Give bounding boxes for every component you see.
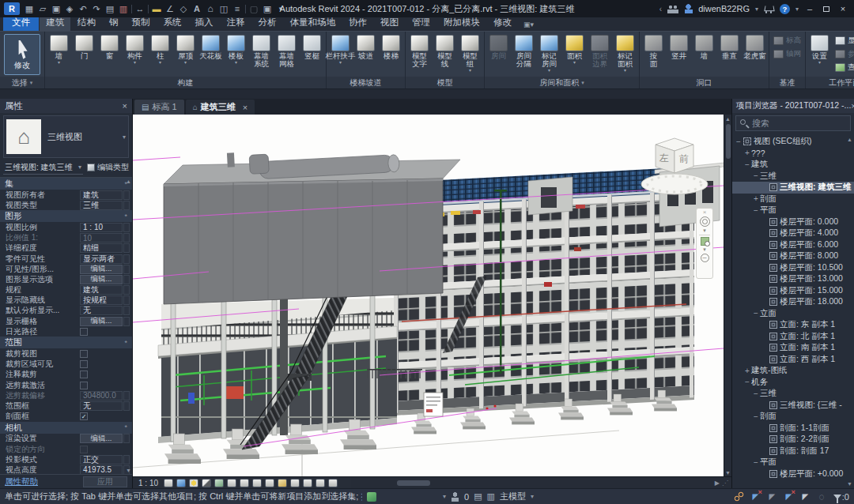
more-button[interactable] xyxy=(123,306,130,315)
sun-path-icon[interactable] xyxy=(189,479,198,487)
tab-close-icon[interactable]: × xyxy=(243,103,248,112)
tree-item-立面北副本1[interactable]: 立面: 北 副本 1 xyxy=(732,331,854,343)
scroll-right-icon[interactable]: ▶ xyxy=(712,480,722,487)
ribbon-button-窗[interactable]: 窗 xyxy=(97,34,122,61)
edit-button[interactable]: 编辑... xyxy=(80,434,123,443)
open-icon[interactable] xyxy=(37,3,48,14)
tree-item-建筑-图纸[interactable]: +建筑-图纸 xyxy=(732,365,854,377)
select-by-face-icon[interactable]: × xyxy=(784,491,794,502)
property-value[interactable]: 显示两者 xyxy=(80,254,123,264)
ribbon-button-显示[interactable]: 显示 xyxy=(833,34,854,47)
steering-wheel-icon[interactable] xyxy=(700,216,710,227)
edit-button[interactable]: 编辑... xyxy=(80,265,123,274)
property-value[interactable]: 304800.0 xyxy=(80,391,123,401)
ribbon-tab-插入[interactable]: 插入 xyxy=(189,15,220,31)
tree-item-立面[interactable]: −立面 xyxy=(732,308,854,320)
tree-item-视图(SEC组织)[interactable]: −视图 (SEC组织) xyxy=(732,136,854,148)
switch-windows-icon[interactable] xyxy=(262,3,273,14)
view-cube[interactable]: 左 前 xyxy=(640,132,712,201)
tree-item-[interactable]: +??? xyxy=(732,148,854,160)
ribbon-button-竖梃[interactable]: 竖梃 xyxy=(300,34,324,61)
performance-adviser-icon[interactable] xyxy=(367,492,376,502)
property-value[interactable]: 无 xyxy=(80,306,123,315)
ribbon-button-楼梯[interactable]: 楼梯 xyxy=(379,34,403,61)
tree-item-剖面[interactable]: −剖面 xyxy=(732,411,854,423)
ribbon-button-修改[interactable]: 修改 xyxy=(4,34,40,75)
undo-icon[interactable] xyxy=(77,3,89,14)
ribbon-tab-建筑[interactable]: 建筑 xyxy=(40,15,70,31)
ribbon-button-设置[interactable]: 设置▾ xyxy=(807,34,832,66)
active-design-option[interactable]: 主模型 xyxy=(500,491,526,502)
properties-close-icon[interactable]: × xyxy=(123,101,127,111)
ribbon-tab-体量和场地[interactable]: 体量和场地 xyxy=(284,15,342,31)
horizontal-scrollbar[interactable]: ▶ ⋰ xyxy=(351,477,731,488)
dropdown-caret-icon[interactable]: ▾ xyxy=(469,68,471,73)
measure-icon[interactable] xyxy=(134,3,145,14)
more-button[interactable] xyxy=(123,223,130,232)
checkbox[interactable] xyxy=(80,350,88,358)
more-button[interactable] xyxy=(123,285,130,295)
checkbox[interactable] xyxy=(80,370,88,378)
home-icon[interactable] xyxy=(205,3,216,14)
panel-label-工作平面[interactable]: 工作平面 xyxy=(806,77,854,88)
property-value[interactable]: 1 : 10 xyxy=(80,223,123,232)
hide-isolate-icon[interactable] xyxy=(265,479,274,487)
ribbon-button-天花板[interactable]: 天花板 xyxy=(198,34,223,61)
more-button[interactable] xyxy=(123,190,130,200)
tree-item-剖面1-1剖面[interactable]: 剖面: 1-1剖面 xyxy=(732,423,854,434)
aligned-dimension-icon[interactable] xyxy=(151,3,162,14)
ribbon-button-模型组[interactable]: 模型组▾ xyxy=(458,34,482,73)
vertical-scrollbar[interactable]: ▲ ▼ xyxy=(724,115,731,476)
ribbon-tab-附加模块[interactable]: 附加模块 xyxy=(437,15,486,31)
project-browser-header[interactable]: 项目浏览器 - 2021T007-012 -... × xyxy=(732,99,854,113)
ribbon-button-面积[interactable]: 面积▾ xyxy=(562,34,587,66)
ribbon-button-柱[interactable]: 柱▾ xyxy=(148,34,172,66)
viewcube-front-face[interactable]: 前 xyxy=(679,153,689,164)
properties-help-link[interactable]: 属性帮助 xyxy=(5,476,38,487)
lock-view-icon[interactable] xyxy=(252,479,262,487)
scroll-up-icon[interactable]: ▲ xyxy=(725,115,731,122)
model-canvas[interactable]: 左 前 × ▾ ▾ – xyxy=(133,115,724,476)
more-button[interactable] xyxy=(123,317,130,326)
account-menu-caret-icon[interactable]: ▾ xyxy=(755,6,758,13)
checkbox[interactable]: ✓ xyxy=(80,412,88,420)
search-input[interactable] xyxy=(735,115,851,131)
tree-item-楼层平面13.000[interactable]: 楼层平面: 13.000 xyxy=(732,273,854,285)
select-pinned-icon[interactable] xyxy=(767,491,777,502)
temp-view-icon[interactable] xyxy=(303,479,312,487)
dropdown-caret-icon[interactable]: ▾ xyxy=(58,60,60,65)
property-group-集[interactable]: 集* xyxy=(0,178,132,190)
tree-item-楼层平面8.000[interactable]: 楼层平面: 8.000 xyxy=(732,250,854,262)
more-button[interactable] xyxy=(123,401,130,411)
workset-icon[interactable] xyxy=(64,3,75,14)
dropdown-caret-icon[interactable]: ▾ xyxy=(624,68,626,73)
tree-item-机务[interactable]: −机务 xyxy=(732,377,854,389)
ribbon-button-标记房间[interactable]: 标记房间▾ xyxy=(537,34,561,73)
tree-item-平面[interactable]: −平面 xyxy=(732,457,854,468)
properties-header[interactable]: 属性 × xyxy=(0,99,132,113)
select-links-icon[interactable] xyxy=(734,491,744,502)
render-icon[interactable] xyxy=(214,479,224,487)
property-value[interactable]: 建筑 xyxy=(80,285,123,295)
grid-scroll-up-icon[interactable]: ▲ xyxy=(126,179,131,184)
tree-item-立面东副本1[interactable]: 立面: 东 副本 1 xyxy=(732,319,854,331)
tree-item-楼层平面15.000[interactable]: 楼层平面: 15.000 xyxy=(732,285,854,297)
print-icon[interactable] xyxy=(104,3,115,14)
ribbon-button-标记面积[interactable]: 标记面积▾ xyxy=(613,34,637,73)
angle-icon[interactable] xyxy=(164,3,176,14)
edit-type-button[interactable]: 编辑类型 xyxy=(87,162,129,173)
select-underlay-icon[interactable]: × xyxy=(750,491,761,502)
checkbox[interactable] xyxy=(80,328,88,336)
zoom-tool-icon[interactable] xyxy=(701,237,709,246)
tree-scroll-down-icon[interactable]: ▼ xyxy=(847,481,852,487)
tree-item-楼层平面10.500[interactable]: 楼层平面: 10.500 xyxy=(732,262,854,274)
tree-item-三维[interactable]: −三维 xyxy=(732,388,854,400)
property-group-图形[interactable]: 图形* xyxy=(0,210,132,222)
more-button[interactable] xyxy=(123,434,130,443)
property-value[interactable]: 按规程 xyxy=(80,295,123,305)
panel-label-基准[interactable]: 基准 xyxy=(769,77,805,88)
tree-item-剖面2-2剖面[interactable]: 剖面: 2-2剖面 xyxy=(732,434,854,446)
text-icon[interactable] xyxy=(191,3,202,14)
scroll-down-icon[interactable]: ▼ xyxy=(725,468,731,476)
checkbox[interactable] xyxy=(80,360,88,368)
